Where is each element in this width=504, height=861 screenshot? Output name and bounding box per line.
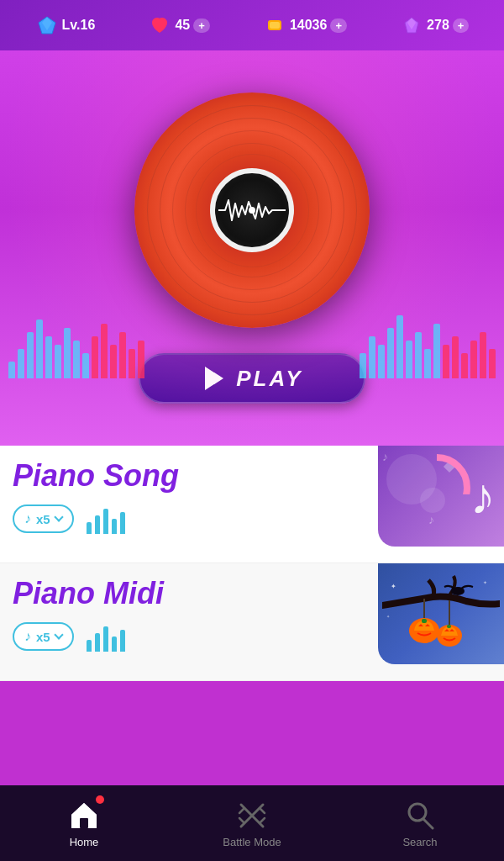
ticket-note-icon: ♪ [24, 511, 31, 526]
search-nav-label: Search [402, 836, 437, 848]
vinyl-record [134, 92, 370, 328]
gem-plus[interactable]: + [453, 18, 470, 33]
heart-icon [148, 13, 171, 37]
eq-bars-right [360, 315, 496, 378]
piano-song-controls: ♪ x5 [13, 504, 491, 534]
piano-midi-controls: ♪ x5 [13, 621, 491, 652]
battle-nav-label: Battle Mode [223, 836, 281, 848]
swords-svg-icon [236, 800, 268, 832]
svg-rect-24 [80, 818, 88, 828]
piano-song-title: Piano Song [13, 458, 491, 494]
search-nav-icon [403, 799, 437, 832]
nav-item-home[interactable]: Home [0, 799, 168, 848]
chevron-down-icon [54, 512, 63, 521]
piano-song-ticket-label: x5 [36, 512, 50, 526]
piano-song-content: Piano Song ♪ x5 [13, 458, 491, 534]
piano-midi-ticket-label: x5 [36, 630, 50, 644]
eq-bars-left [8, 320, 144, 378]
coin-value: 14036 [290, 18, 328, 33]
heart-stat: 45 + [148, 13, 209, 37]
svg-line-32 [423, 819, 433, 828]
play-button[interactable]: PLAY [139, 353, 365, 404]
svg-marker-23 [71, 803, 97, 815]
music-bars-icon-2[interactable] [87, 621, 129, 652]
chevron-down-icon-2 [54, 630, 63, 639]
play-label: PLAY [236, 366, 302, 392]
search-svg-icon [404, 800, 436, 832]
top-bar: Lv.16 45 + 14036 + 278 + [0, 0, 504, 50]
battle-nav-icon [235, 799, 269, 832]
svg-line-29 [239, 818, 244, 823]
bottom-nav: Home Battle Mode Search [0, 785, 504, 861]
heart-plus[interactable]: + [193, 18, 210, 33]
home-nav-icon [67, 799, 101, 832]
svg-line-30 [260, 818, 265, 823]
svg-rect-3 [270, 22, 280, 29]
waveform-svg [218, 193, 286, 227]
piano-midi-title: Piano Midi [13, 576, 491, 611]
svg-point-6 [249, 207, 255, 214]
gem-stat: 278 + [400, 13, 469, 37]
svg-line-27 [239, 808, 244, 813]
gem-value: 278 [427, 18, 449, 33]
nav-item-battle[interactable]: Battle Mode [168, 799, 336, 848]
coin-icon [263, 13, 286, 37]
vinyl-center [210, 168, 294, 252]
svg-line-28 [260, 808, 265, 813]
home-nav-label: Home [70, 836, 99, 848]
level-stat: Lv.16 [35, 13, 96, 37]
piano-midi-ticket-btn[interactable]: ♪ x5 [13, 622, 74, 651]
song-cards: Piano Song ♪ x5 ♪ ♪ ♪ [0, 446, 504, 681]
piano-midi-content: Piano Midi ♪ x5 [13, 576, 491, 652]
coin-plus[interactable]: + [330, 18, 347, 33]
home-notification-dot [96, 795, 104, 804]
level-value: Lv.16 [62, 18, 96, 33]
play-triangle-icon [205, 367, 223, 390]
piano-song-card[interactable]: Piano Song ♪ x5 ♪ ♪ ♪ [0, 446, 504, 563]
gem-icon [400, 13, 423, 37]
home-svg-icon [68, 800, 100, 832]
ticket-note-icon-2: ♪ [24, 629, 31, 644]
heart-value: 45 [175, 18, 190, 33]
piano-midi-card[interactable]: Piano Midi ♪ x5 [0, 563, 504, 681]
coin-stat: 14036 + [263, 13, 347, 37]
level-diamond-icon [35, 13, 59, 37]
nav-item-search[interactable]: Search [336, 799, 504, 848]
piano-song-ticket-btn[interactable]: ♪ x5 [13, 504, 74, 533]
main-area: PLAY [0, 50, 504, 446]
music-bars-icon-1[interactable] [87, 504, 129, 534]
